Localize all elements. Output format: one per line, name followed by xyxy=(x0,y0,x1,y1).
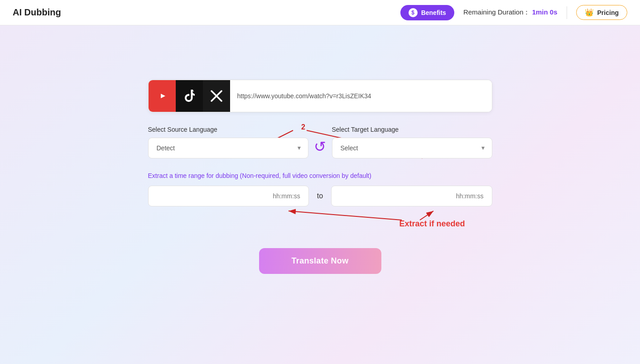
translate-now-button[interactable]: Translate Now xyxy=(259,248,381,274)
pricing-label: Pricing xyxy=(597,9,619,16)
app-title: AI Dubbing xyxy=(13,7,61,18)
time-to-label: to xyxy=(317,192,323,200)
header-right: $ Benefits Remaining Duration： 1min 0s 👑… xyxy=(400,5,627,20)
language-section: Select Source Language Detect English Ch… xyxy=(148,126,492,158)
tiktok-icon[interactable] xyxy=(176,80,203,112)
app-header: AI Dubbing $ Benefits Remaining Duration… xyxy=(0,0,640,25)
target-language-select[interactable]: Select English Chinese Japanese Korean F… xyxy=(332,138,492,158)
x-icon[interactable] xyxy=(203,80,230,112)
platform-icons xyxy=(149,80,230,112)
extract-annotation-area: Extract if needed xyxy=(148,206,492,234)
time-start-wrapper xyxy=(148,186,309,206)
benefits-label: Benefits xyxy=(421,9,446,16)
pricing-button[interactable]: 👑 Pricing xyxy=(576,5,627,20)
target-language-select-wrapper: Select English Chinese Japanese Korean F… xyxy=(332,138,492,158)
swap-languages-button[interactable]: ↺ xyxy=(308,135,332,158)
time-end-wrapper xyxy=(331,186,492,206)
youtube-icon[interactable] xyxy=(149,80,176,112)
language-row: Select Source Language Detect English Ch… xyxy=(148,126,492,158)
extract-label: Extract if needed xyxy=(399,219,465,229)
source-language-select[interactable]: Detect English Chinese Japanese Korean F… xyxy=(148,138,308,158)
target-language-label: Select Target Language xyxy=(332,126,492,133)
source-language-col: Select Source Language Detect English Ch… xyxy=(148,126,308,158)
remaining-value: 1min 0s xyxy=(532,8,558,16)
header-left: AI Dubbing xyxy=(13,7,61,18)
swap-icon: ↺ xyxy=(314,138,326,155)
time-section: Extract a time range for dubbing (Non-re… xyxy=(148,172,492,206)
benefits-button[interactable]: $ Benefits xyxy=(400,5,454,20)
header-divider xyxy=(567,6,567,19)
url-input-area xyxy=(148,80,492,112)
target-language-col: Select Target Language Select English Ch… xyxy=(332,126,492,158)
url-input[interactable] xyxy=(230,80,492,112)
source-language-select-wrapper: Detect English Chinese Japanese Korean F… xyxy=(148,138,308,158)
time-end-input[interactable] xyxy=(340,192,483,200)
crown-icon: 👑 xyxy=(585,8,594,17)
time-row: to xyxy=(148,186,492,206)
source-language-label: Select Source Language xyxy=(148,126,308,133)
time-range-label: Extract a time range for dubbing (Non-re… xyxy=(148,172,492,179)
dollar-icon: $ xyxy=(409,8,418,17)
main-content: 2 Select Source Language Detect English xyxy=(0,25,640,274)
remaining-duration: Remaining Duration： 1min 0s xyxy=(463,8,558,17)
time-start-input[interactable] xyxy=(157,192,300,200)
